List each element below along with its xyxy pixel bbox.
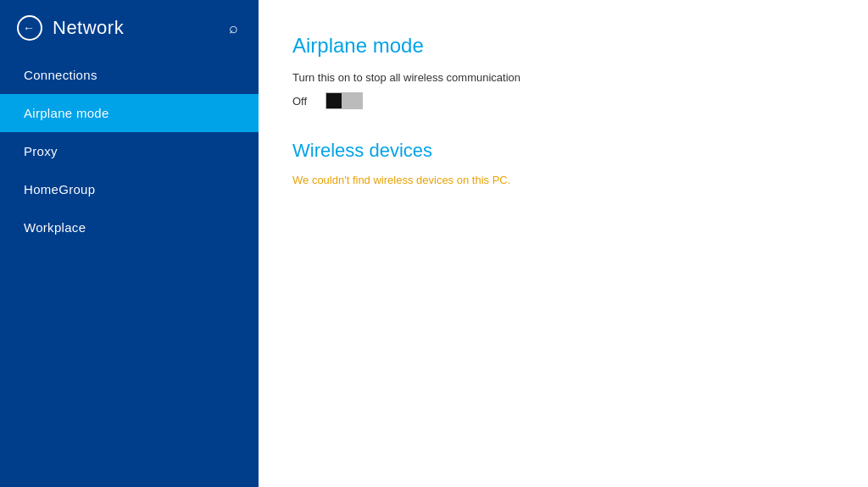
airplane-mode-toggle-row: Off xyxy=(292,92,834,109)
toggle-off-label: Off xyxy=(292,95,314,108)
back-button[interactable]: ← xyxy=(17,15,42,41)
back-arrow-icon: ← xyxy=(23,21,35,35)
main-content: Airplane mode Turn this on to stop all w… xyxy=(259,0,868,487)
sidebar-item-connections[interactable]: Connections xyxy=(0,56,259,94)
search-button[interactable]: ⌕ xyxy=(225,16,242,41)
sidebar-item-workplace[interactable]: Workplace xyxy=(0,208,259,246)
page-title: Network xyxy=(53,17,124,39)
header-left: ← Network xyxy=(17,15,124,41)
wireless-devices-heading: Wireless devices xyxy=(292,140,834,162)
sidebar-item-airplane-mode[interactable]: Airplane mode xyxy=(0,94,259,132)
airplane-mode-description: Turn this on to stop all wireless commun… xyxy=(292,71,834,84)
airplane-mode-toggle[interactable] xyxy=(326,92,363,109)
sidebar-item-homegroup[interactable]: HomeGroup xyxy=(0,170,259,208)
wireless-error-message: We couldn't find wireless devices on thi… xyxy=(292,174,834,186)
sidebar-item-proxy[interactable]: Proxy xyxy=(0,132,259,170)
header: ← Network ⌕ xyxy=(0,0,259,56)
sidebar: ← Network ⌕ Connections Airplane mode Pr… xyxy=(0,0,259,487)
airplane-mode-heading: Airplane mode xyxy=(292,34,834,58)
toggle-thumb xyxy=(326,93,342,108)
